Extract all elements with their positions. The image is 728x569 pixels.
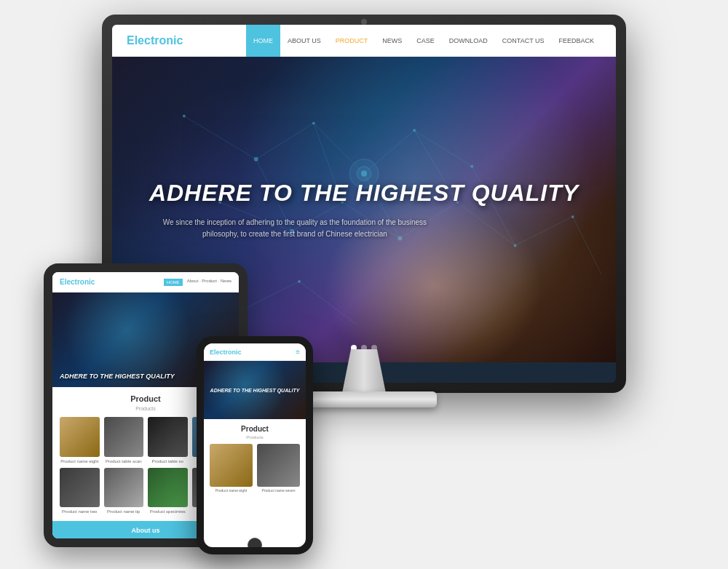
phone-section-sub: Products [210,435,300,439]
svg-point-34 [298,280,301,283]
tablet-nav: HOME About · Product · News [164,279,232,286]
product-img-power [148,417,188,457]
svg-line-16 [299,282,357,325]
svg-point-22 [312,122,315,124]
phone-product-img-instrument [257,444,300,487]
website-logo: Electronic [127,34,183,47]
tablet-logo: Electronic [60,278,95,286]
product-label: Product name two [60,509,100,514]
product-label: Product name eight [60,459,100,463]
list-item[interactable]: Product table so [148,417,188,463]
monitor-camera [361,19,367,25]
phone-content: Electronic ≡ ADHERE TO THE HIGHEST QUALI… [204,343,306,547]
list-item[interactable]: Product name eight [60,417,100,463]
svg-point-21 [254,157,258,162]
tablet-header: Electronic HOME About · Product · News [52,272,239,293]
phone-product-img-cable [210,444,253,487]
nav-product[interactable]: PRODUCT [328,25,376,57]
product-img-cable [60,417,100,457]
phone-logo: Electronic [210,349,242,356]
list-item[interactable]: Product table scan [104,417,144,463]
phone-hero-text: ADHERE TO THE HIGHEST QUALITY [205,388,306,393]
product-img-instrument [104,417,144,457]
svg-line-0 [184,116,256,159]
nav-contact[interactable]: CONTACT US [495,25,552,57]
phone-header: Electronic ≡ [204,343,306,361]
nav-case[interactable]: CASE [409,25,442,57]
hero-subtitle: We since the inception of adhering to th… [149,217,440,240]
hero-content: ADHERE TO THE HIGHEST QUALITY We since t… [149,180,579,240]
product-label: Product name tip [104,509,144,514]
svg-point-20 [183,115,186,118]
phone-home-button[interactable] [248,538,262,552]
tablet-nav-links: About · Product · News [187,279,232,286]
product-label: Product specimies [148,509,188,514]
list-item[interactable]: Product name tip [104,468,144,514]
svg-line-1 [256,123,314,159]
hamburger-icon[interactable]: ≡ [296,348,300,356]
tablet-hero-text: ADHERE TO THE HIGHEST QUALITY [60,373,175,380]
phone-hero: ADHERE TO THE HIGHEST QUALITY [204,361,306,419]
product-img-rack [60,468,100,508]
list-item[interactable]: Product name eight [210,444,253,493]
website-header: Electronic HOME ABOUT US PRODUCT NEWS CA… [112,25,616,57]
phone-section-title: Product [210,425,300,433]
svg-point-31 [514,244,517,247]
monitor-base [291,391,437,407]
phone-product-label: Product name eight [210,488,253,493]
svg-line-4 [414,130,472,166]
product-label: Product table so [148,459,188,463]
nav-feedback[interactable]: FEEDBACK [551,25,601,57]
list-item[interactable]: Product name seven [257,444,300,493]
svg-point-25 [470,165,473,168]
product-img-panels [104,468,144,508]
phone-speaker [240,339,269,342]
svg-point-24 [413,129,416,132]
tablet-nav-home[interactable]: HOME [164,279,183,286]
nav-news[interactable]: NEWS [375,25,409,57]
product-img-robot [148,468,188,508]
svg-line-15 [242,282,299,311]
nav-home[interactable]: HOME [246,25,280,57]
list-item[interactable]: Product specimies [148,468,188,514]
hero-title: ADHERE TO THE HIGHEST QUALITY [149,180,579,207]
product-label: Product table scan [104,459,144,463]
phone: Electronic ≡ ADHERE TO THE HIGHEST QUALI… [197,336,313,554]
svg-point-37 [361,171,367,177]
phone-product-grid: Product name eight Product name seven [210,444,300,493]
phone-product-label: Product name seven [257,488,300,493]
phone-products-section: Product Products Product name eight Prod… [204,419,306,498]
nav-about[interactable]: ABOUT US [280,25,328,57]
nav-download[interactable]: DOWNLOAD [442,25,495,57]
website-nav: HOME ABOUT US PRODUCT NEWS CASE DOWNLOAD… [246,25,601,57]
scene: Electronic HOME ABOUT US PRODUCT NEWS CA… [0,0,728,569]
list-item[interactable]: Product name two [60,468,100,514]
